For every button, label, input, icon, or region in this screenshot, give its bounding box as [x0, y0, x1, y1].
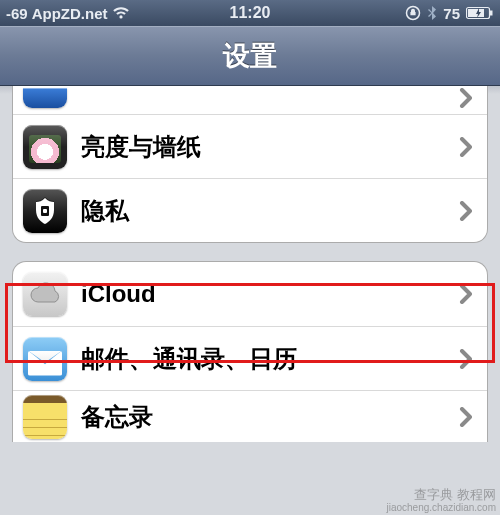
settings-row-brightness-wallpaper[interactable]: 亮度与墙纸 [13, 114, 487, 178]
row-label: 亮度与墙纸 [81, 131, 459, 163]
settings-row-partial[interactable] [13, 86, 487, 114]
status-bar: -69 AppZD.net 11:20 75 [0, 0, 500, 26]
chevron-right-icon [459, 88, 473, 108]
settings-row-icloud[interactable]: iCloud [13, 262, 487, 326]
row-label: 邮件、通讯录、日历 [81, 343, 459, 375]
chevron-right-icon [459, 201, 473, 221]
row-label: 隐私 [81, 195, 459, 227]
settings-content: 亮度与墙纸 隐私 iCloud 邮件、通 [0, 86, 500, 442]
chevron-right-icon [459, 137, 473, 157]
settings-row-privacy[interactable]: 隐私 [13, 178, 487, 242]
watermark: 查字典 教程网 jiaocheng.chazidian.com [386, 488, 496, 513]
icloud-icon [23, 272, 67, 316]
notes-icon [23, 395, 67, 439]
row-label: 备忘录 [81, 401, 459, 433]
svg-rect-3 [490, 11, 493, 16]
carrier-label: AppZD.net [32, 5, 108, 22]
settings-row-mail-contacts-calendars[interactable]: 邮件、通讯录、日历 [13, 326, 487, 390]
svg-rect-2 [468, 9, 484, 17]
nav-header: 设置 [0, 26, 500, 86]
orientation-lock-icon [405, 5, 421, 21]
chevron-right-icon [459, 407, 473, 427]
mail-icon [23, 337, 67, 381]
row-label: iCloud [81, 280, 459, 308]
bluetooth-icon [427, 5, 437, 21]
wallpaper-icon [23, 125, 67, 169]
watermark-line1: 查字典 教程网 [414, 487, 496, 502]
generic-icon [23, 88, 67, 108]
status-left: -69 AppZD.net [6, 5, 130, 22]
settings-group-2: iCloud 邮件、通讯录、日历 备忘录 [12, 261, 488, 442]
svg-rect-5 [43, 209, 47, 213]
privacy-icon [23, 189, 67, 233]
watermark-line2: jiaocheng.chazidian.com [386, 502, 496, 513]
signal-strength: -69 [6, 5, 28, 22]
page-title: 设置 [223, 38, 277, 74]
settings-group-1: 亮度与墙纸 隐私 [12, 86, 488, 243]
chevron-right-icon [459, 284, 473, 304]
chevron-right-icon [459, 349, 473, 369]
battery-percent: 75 [443, 5, 460, 22]
battery-icon [466, 6, 494, 20]
status-right: 75 [405, 5, 494, 22]
settings-row-notes[interactable]: 备忘录 [13, 390, 487, 442]
wifi-icon [112, 6, 130, 20]
status-time: 11:20 [230, 4, 271, 22]
